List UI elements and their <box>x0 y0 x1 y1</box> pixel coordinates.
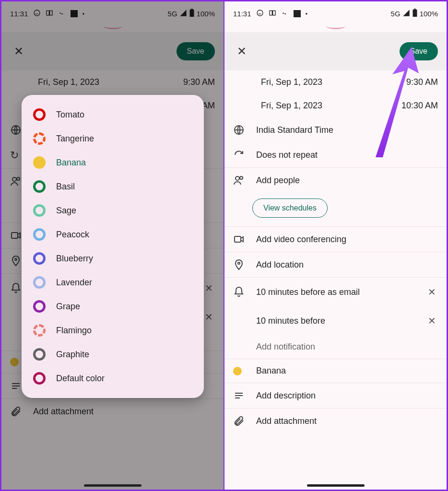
repeat-label: Does not repeat <box>256 150 438 160</box>
color-swatch <box>33 228 46 241</box>
svg-point-7 <box>17 177 20 180</box>
start-time-label: 9:30 AM <box>406 77 438 87</box>
color-option-flamingo[interactable]: Flamingo <box>22 318 204 342</box>
color-option-lavender[interactable]: Lavender <box>22 270 204 294</box>
end-datetime[interactable]: Fri, Sep 1, 2023 10:30 AM <box>224 94 447 117</box>
svg-rect-4 <box>191 9 193 10</box>
color-option-peacock[interactable]: Peacock <box>22 222 204 246</box>
timezone-row[interactable]: India Standard Time <box>224 117 447 142</box>
attachment-row[interactable]: Add attachment <box>1 399 224 424</box>
description-row[interactable]: Add description <box>224 383 447 408</box>
video-row[interactable]: Add video conferencing <box>224 227 447 252</box>
svg-rect-3 <box>189 9 194 16</box>
timezone-label: India Standard Time <box>256 125 438 135</box>
repeat-row[interactable]: Does not repeat <box>224 142 447 167</box>
globe-icon <box>233 124 256 136</box>
svg-rect-21 <box>235 236 241 242</box>
view-schedules-button[interactable]: View schedules <box>252 199 328 218</box>
color-option-label: Blueberry <box>56 254 93 264</box>
add-notification-row[interactable]: Add notification <box>224 335 447 359</box>
color-option-label: Peacock <box>56 230 89 240</box>
color-option-default-color[interactable]: Default color <box>22 366 204 390</box>
svg-point-0 <box>34 10 40 16</box>
color-swatch <box>33 276 46 289</box>
remove-notif-2-icon[interactable]: ✕ <box>203 309 215 325</box>
color-swatch <box>33 300 46 313</box>
clock: 11:31 <box>10 10 28 18</box>
save-button[interactable]: Save <box>177 42 215 60</box>
clock: 11:31 <box>233 10 251 18</box>
color-row[interactable]: Banana <box>224 359 447 383</box>
whatsapp-icon <box>33 9 41 18</box>
color-option-tangerine[interactable]: Tangerine <box>22 127 204 151</box>
color-option-label: Lavender <box>56 278 92 288</box>
whatsapp-icon <box>256 9 264 18</box>
color-option-basil[interactable]: Basil <box>22 175 204 199</box>
svg-point-19 <box>236 176 239 180</box>
svg-rect-1 <box>47 11 49 15</box>
signal-icon <box>402 9 410 18</box>
app-bar: ✕ Save <box>1 32 224 70</box>
color-swatch <box>33 180 46 193</box>
color-swatch <box>33 324 46 337</box>
app-bar: ✕ Save <box>224 32 447 70</box>
status-bar: 11:31 ● 5G <box>224 1 447 25</box>
attachment-row[interactable]: Add attachment <box>224 409 447 433</box>
square-icon <box>71 10 78 17</box>
start-date-label: Fri, Sep 1, 2023 <box>10 77 183 87</box>
location-row[interactable]: Add location <box>224 252 447 277</box>
notif-2-label: 10 minutes before <box>256 316 426 326</box>
add-notif-label: Add notification <box>256 342 438 352</box>
notification-1[interactable]: 10 minutes before as email ✕ <box>224 278 447 306</box>
nav-handle[interactable] <box>307 484 365 487</box>
color-option-label: Tangerine <box>56 134 94 144</box>
color-option-label: Grape <box>56 302 80 312</box>
save-button[interactable]: Save <box>400 42 438 60</box>
signal-icon <box>179 9 187 18</box>
color-option-tomato[interactable]: Tomato <box>22 103 204 127</box>
svg-point-22 <box>238 262 240 264</box>
svg-point-6 <box>12 177 16 181</box>
color-option-label: Graphite <box>56 350 89 360</box>
paperclip-icon <box>10 406 33 417</box>
color-option-graphite[interactable]: Graphite <box>22 342 204 366</box>
start-datetime[interactable]: Fri, Sep 1, 2023 9:30 AM <box>224 70 447 94</box>
remove-notif-2-icon[interactable]: ✕ <box>426 313 438 328</box>
remove-notif-1-icon[interactable]: ✕ <box>203 281 215 296</box>
color-option-sage[interactable]: Sage <box>22 199 204 222</box>
network-label: 5G <box>391 10 401 18</box>
nav-handle[interactable] <box>84 484 141 487</box>
color-option-label: Sage <box>56 206 76 216</box>
color-swatch <box>33 108 46 121</box>
start-datetime[interactable]: Fri, Sep 1, 2023 9:30 AM <box>1 70 224 94</box>
svg-point-9 <box>15 258 17 260</box>
dot-icon: ● <box>83 12 85 16</box>
add-people-row[interactable]: Add people <box>224 168 447 193</box>
desc-label: Add description <box>256 391 438 401</box>
close-icon[interactable]: ✕ <box>233 41 250 62</box>
end-date-label: Fri, Sep 1, 2023 <box>233 101 401 111</box>
color-swatch <box>33 348 46 361</box>
split-icon <box>269 9 276 18</box>
color-option-grape[interactable]: Grape <box>22 294 204 318</box>
attach-label: Add attachment <box>33 407 215 417</box>
location-icon <box>233 259 256 270</box>
battery-pct: 100% <box>420 10 438 18</box>
dot-icon: ● <box>306 12 308 16</box>
svg-rect-2 <box>49 11 52 15</box>
start-time-label: 9:30 AM <box>183 77 215 87</box>
battery-icon <box>412 9 418 19</box>
svg-rect-14 <box>270 11 272 15</box>
remove-notif-1-icon[interactable]: ✕ <box>426 284 438 300</box>
lines-icon <box>233 390 256 401</box>
notification-2[interactable]: 10 minutes before ✕ <box>224 306 447 335</box>
color-option-blueberry[interactable]: Blueberry <box>22 246 204 270</box>
end-time-label: 10:30 AM <box>401 101 438 111</box>
svg-point-5 <box>12 126 20 134</box>
color-option-banana[interactable]: Banana <box>22 151 204 175</box>
close-icon[interactable]: ✕ <box>10 41 27 62</box>
battery-icon <box>189 9 195 19</box>
svg-point-20 <box>240 176 243 179</box>
color-swatch <box>33 252 46 265</box>
color-picker-popup: TomatoTangerineBananaBasilSagePeacockBlu… <box>22 95 204 398</box>
